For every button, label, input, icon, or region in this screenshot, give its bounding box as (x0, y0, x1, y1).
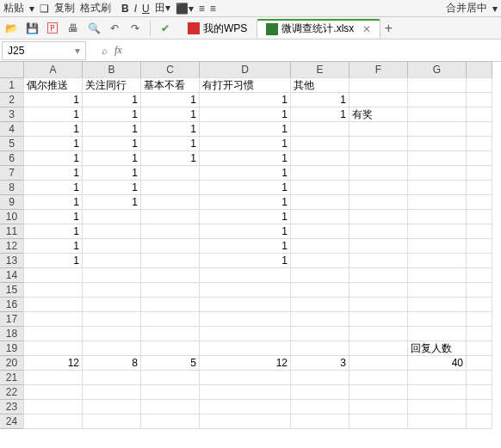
cell-A2[interactable]: 1 (23, 92, 83, 107)
cell-F4[interactable] (349, 121, 408, 137)
cell-A10[interactable]: 1 (23, 209, 83, 224)
spreadsheet-grid[interactable]: ABCDEFG1偶尔推送关注同行基本不看有打开习惯其他211111311111有… (0, 62, 501, 429)
cell-A1[interactable]: 偶尔推送 (23, 77, 83, 93)
cell-F12[interactable] (349, 238, 408, 254)
cell-F14[interactable] (349, 267, 408, 283)
cell-C10[interactable] (140, 209, 200, 224)
cell-D19[interactable] (199, 341, 291, 356)
cell-C12[interactable] (140, 238, 200, 254)
cell-F17[interactable] (349, 311, 408, 327)
cell-edge[interactable] (466, 209, 492, 224)
cell-A5[interactable]: 1 (23, 136, 83, 151)
cell-A21[interactable] (23, 370, 83, 385)
cell-C6[interactable]: 1 (140, 150, 200, 166)
cell-D14[interactable] (199, 267, 291, 283)
cell-F6[interactable] (349, 150, 408, 166)
row-header-19[interactable]: 19 (0, 341, 24, 356)
cell-B23[interactable] (82, 399, 141, 414)
zoom-icon[interactable]: ⌕ (102, 45, 108, 57)
cell-F24[interactable] (349, 414, 408, 429)
cell-G19[interactable]: 回复人数 (407, 341, 467, 356)
cell-D15[interactable] (199, 282, 291, 298)
cell-A12[interactable]: 1 (23, 238, 83, 254)
cell-edge[interactable] (466, 297, 492, 312)
format-label[interactable]: 格式刷 (80, 1, 111, 15)
cell-E23[interactable] (290, 399, 349, 414)
row-header-1[interactable]: 1 (0, 77, 24, 93)
cell-D23[interactable] (199, 399, 291, 414)
cell-D4[interactable]: 1 (199, 121, 291, 137)
cell-F15[interactable] (349, 282, 408, 298)
cell-B21[interactable] (82, 370, 141, 385)
cell-E16[interactable] (290, 297, 349, 312)
cell-B7[interactable]: 1 (82, 165, 141, 181)
cell-edge[interactable] (466, 180, 492, 195)
cell-edge[interactable] (466, 384, 492, 400)
cell-D3[interactable]: 1 (199, 107, 291, 122)
cell-G17[interactable] (407, 311, 467, 327)
cell-F22[interactable] (349, 384, 408, 400)
row-header-4[interactable]: 4 (0, 121, 24, 137)
cell-E20[interactable]: 3 (290, 355, 349, 371)
row-header-3[interactable]: 3 (0, 107, 24, 122)
cell-F13[interactable] (349, 253, 408, 268)
cell-C17[interactable] (140, 311, 200, 327)
col-header-B[interactable]: B (82, 61, 141, 78)
cell-G5[interactable] (407, 136, 467, 151)
col-header-C[interactable]: C (140, 61, 200, 78)
cell-F10[interactable] (349, 209, 408, 224)
cell-C19[interactable] (140, 341, 200, 356)
cell-D8[interactable]: 1 (199, 180, 291, 195)
tab-close-icon[interactable]: ✕ (362, 23, 371, 35)
cell-G7[interactable] (407, 165, 467, 181)
cell-E9[interactable] (290, 194, 349, 210)
row-header-17[interactable]: 17 (0, 311, 24, 327)
cell-D22[interactable] (199, 384, 291, 400)
cell-E24[interactable] (290, 414, 349, 429)
cell-edge[interactable] (466, 150, 492, 166)
new-tab-button[interactable]: + (380, 21, 396, 36)
cell-A22[interactable] (23, 384, 83, 400)
cell-G24[interactable] (407, 414, 467, 429)
undo-icon[interactable]: ↶ (107, 21, 122, 36)
cell-D20[interactable]: 12 (199, 355, 291, 371)
border-icon[interactable]: 田▾ (155, 1, 170, 15)
cell-edge[interactable] (466, 355, 492, 371)
cell-D24[interactable] (199, 414, 291, 429)
cell-C3[interactable]: 1 (140, 107, 200, 122)
cell-A8[interactable]: 1 (23, 180, 83, 195)
cell-G11[interactable] (407, 224, 467, 239)
underline-icon[interactable]: U (142, 3, 150, 15)
cell-edge[interactable] (466, 224, 492, 239)
row-header-18[interactable]: 18 (0, 326, 24, 341)
cell-G21[interactable] (407, 370, 467, 385)
cell-C13[interactable] (140, 253, 200, 268)
cell-G9[interactable] (407, 194, 467, 210)
cell-A3[interactable]: 1 (23, 107, 83, 122)
copy-icon[interactable]: ❏ (40, 3, 49, 15)
cell-edge[interactable] (466, 194, 492, 210)
cell-C18[interactable] (140, 326, 200, 341)
cell-C16[interactable] (140, 297, 200, 312)
row-header-21[interactable]: 21 (0, 370, 24, 385)
cell-B4[interactable]: 1 (82, 121, 141, 137)
cell-C7[interactable] (140, 165, 200, 181)
cell-B15[interactable] (82, 282, 141, 298)
cell-A14[interactable] (23, 267, 83, 283)
cell-F16[interactable] (349, 297, 408, 312)
cell-E14[interactable] (290, 267, 349, 283)
cell-C1[interactable]: 基本不看 (140, 77, 200, 93)
cell-edge[interactable] (466, 77, 492, 93)
cell-edge[interactable] (466, 136, 492, 151)
align2-icon[interactable]: ≡ (210, 3, 216, 15)
cell-G23[interactable] (407, 399, 467, 414)
cell-E5[interactable] (290, 136, 349, 151)
row-header-10[interactable]: 10 (0, 209, 24, 224)
print-icon[interactable]: 🖶 (65, 21, 81, 36)
cell-E15[interactable] (290, 282, 349, 298)
cell-C21[interactable] (140, 370, 200, 385)
row-header-2[interactable]: 2 (0, 92, 24, 107)
cell-C11[interactable] (140, 224, 200, 239)
cell-F1[interactable] (349, 77, 408, 93)
cell-D21[interactable] (199, 370, 291, 385)
